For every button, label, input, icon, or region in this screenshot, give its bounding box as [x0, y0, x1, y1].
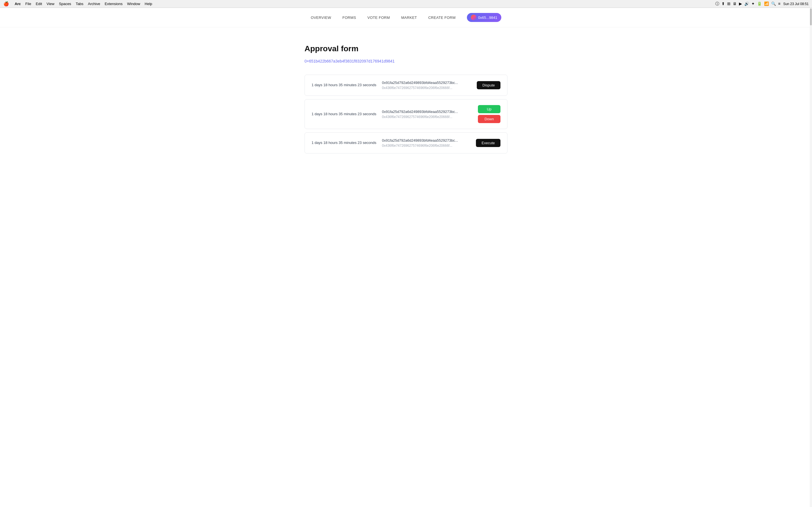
- card-dispute-time: 1 days 18 hours 35 minutes 23 seconds: [312, 82, 376, 88]
- card-execute-time: 1 days 18 hours 35 minutes 23 seconds: [312, 140, 376, 146]
- nav-forms[interactable]: FORMS: [342, 15, 356, 20]
- card-execute-addresses: 0x91fa25d792a6d249893bfd4eaa5529273bc...…: [382, 138, 470, 148]
- card-vote-addresses: 0x91fa25d792a6d249893bfd4eaa5529273bc...…: [382, 110, 472, 119]
- wallet-button[interactable]: 0x65...9841: [467, 13, 501, 22]
- menubar-icons: ⓘ ⬆ ⊞ 🖥 ▶ 🔊 ✦ 🔋 📶 🔍 ≡: [715, 1, 780, 6]
- scrollbar-track[interactable]: [810, 8, 812, 507]
- search-icon[interactable]: 🔍: [771, 1, 776, 6]
- tabs-menu[interactable]: Tabs: [75, 2, 83, 6]
- clock: Sun 23 Jul 08:51: [783, 2, 809, 6]
- volume-icon: 🔊: [744, 1, 749, 6]
- card-vote: 1 days 18 hours 35 minutes 23 seconds 0x…: [305, 99, 507, 129]
- info-icon: ⓘ: [715, 1, 719, 6]
- nav-vote-form[interactable]: VOTE FORM: [367, 15, 390, 20]
- card-execute-address-main: 0x91fa25d792a6d249893bfd4eaa5529273bc...: [382, 138, 470, 143]
- bluetooth-icon: ✦: [751, 1, 755, 6]
- dispute-button[interactable]: Dispute: [477, 81, 500, 89]
- extensions-menu[interactable]: Extensions: [105, 2, 123, 6]
- card-dispute-address-main: 0x91fa25d792a6d249893bfd4eaa5529273bc...: [382, 80, 471, 85]
- main-content: Approval form 0×651b422b667a3eb4f3831f83…: [293, 27, 519, 174]
- file-menu[interactable]: File: [26, 2, 31, 6]
- scrollbar-thumb[interactable]: [810, 8, 812, 25]
- card-vote-address-main: 0x91fa25d792a6d249893bfd4eaa5529273bc...: [382, 110, 472, 114]
- execute-button[interactable]: Execute: [476, 139, 500, 147]
- apple-menu[interactable]: 🍎: [3, 1, 9, 6]
- window-menu[interactable]: Window: [127, 2, 140, 6]
- wallet-avatar: [471, 15, 476, 20]
- card-dispute-addresses: 0x91fa25d792a6d249893bfd4eaa5529273bc...…: [382, 80, 471, 90]
- card-dispute: 1 days 18 hours 35 minutes 23 seconds 0x…: [305, 75, 507, 96]
- card-vote-time: 1 days 18 hours 35 minutes 23 seconds: [312, 111, 376, 117]
- card-dispute-actions: Dispute: [477, 81, 500, 89]
- card-execute: 1 days 18 hours 35 minutes 23 seconds 0x…: [305, 132, 507, 154]
- nav-market[interactable]: MARKET: [401, 15, 417, 20]
- spaces-menu[interactable]: Spaces: [59, 2, 71, 6]
- edit-menu[interactable]: Edit: [36, 2, 42, 6]
- menubar-right: ⓘ ⬆ ⊞ 🖥 ▶ 🔊 ✦ 🔋 📶 🔍 ≡ Sun 23 Jul 08:51: [715, 1, 809, 6]
- contract-address[interactable]: 0×651b422b667a3eb4f3831f832097d176941d98…: [305, 59, 507, 63]
- battery-icon: 🔋: [757, 1, 762, 6]
- menubar: 🍎 Arc File Edit View Spaces Tabs Archive…: [0, 0, 812, 8]
- control-icon: ⊞: [727, 1, 730, 6]
- wallet-address: 0x65...9841: [478, 15, 497, 20]
- screen-icon: 🖥: [733, 1, 737, 6]
- up-button[interactable]: Up: [478, 105, 500, 113]
- app-name[interactable]: Arc: [15, 2, 21, 6]
- down-button[interactable]: Down: [478, 115, 500, 123]
- card-execute-address-sub: 0x436f6e747269627574696f6e206f6e20666f..…: [382, 144, 470, 148]
- page-title: Approval form: [305, 44, 507, 53]
- nav-create-form[interactable]: CREATE FORM: [428, 15, 456, 20]
- card-dispute-address-sub: 0x436f6e747269627574696f6e206f6e20666f..…: [382, 86, 471, 90]
- card-execute-actions: Execute: [476, 139, 500, 147]
- archive-menu[interactable]: Archive: [88, 2, 100, 6]
- card-vote-address-sub: 0x436f6e747269627574696f6e206f6e20666f..…: [382, 115, 472, 119]
- share-icon: ⬆: [721, 1, 725, 6]
- control-strip-icon: ≡: [778, 1, 780, 6]
- help-menu[interactable]: Help: [145, 2, 152, 6]
- nav-overview[interactable]: OVERVIEW: [311, 15, 331, 20]
- view-menu[interactable]: View: [47, 2, 54, 6]
- card-vote-actions: Up Down: [478, 105, 500, 123]
- play-icon: ▶: [739, 1, 742, 6]
- wifi-icon: 📶: [764, 1, 769, 6]
- navbar: OVERVIEW FORMS VOTE FORM MARKET CREATE F…: [0, 8, 812, 27]
